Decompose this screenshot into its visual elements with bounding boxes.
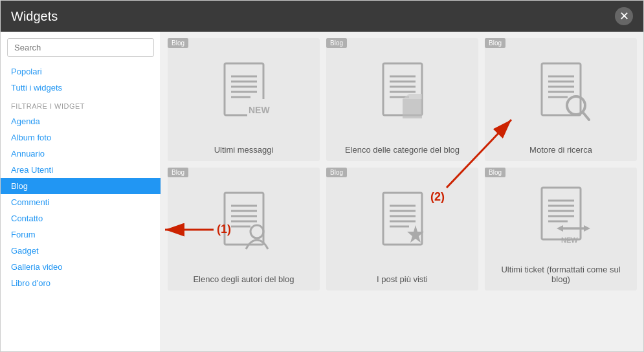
svg-rect-14	[542, 63, 581, 115]
widget-icon	[532, 60, 590, 125]
svg-text:NEW: NEW	[561, 236, 578, 244]
svg-rect-36	[542, 188, 581, 239]
content-area: Blog NEW Ultimi messaggiBlog Elenco dell…	[161, 32, 643, 351]
sidebar-popular[interactable]: Popolari	[1, 63, 161, 80]
widget-label: Ultimi messaggi	[214, 145, 274, 155]
close-button[interactable]: ✕	[615, 7, 633, 25]
sidebar-item-agenda[interactable]: Agenda	[1, 113, 161, 129]
widget-label: Motore di ricerca	[529, 145, 592, 155]
widget-label: Elenco delle categorie del blog	[345, 145, 460, 155]
widget-card-4[interactable]: Blog I post più visti	[326, 168, 478, 291]
widget-badge: Blog	[326, 168, 347, 177]
sidebar-item-annuario[interactable]: Annuario	[1, 146, 161, 162]
svg-marker-44	[584, 225, 590, 232]
widget-card-0[interactable]: Blog NEW Ultimi messaggi	[168, 38, 320, 161]
widget-icon-area: NEW	[491, 174, 630, 259]
widget-icon-area	[174, 174, 313, 269]
widget-label: Elenco degli autori del blog	[193, 274, 294, 284]
widget-icon-area	[333, 45, 472, 140]
sidebar-all-widgets[interactable]: Tutti i widgets	[1, 80, 161, 96]
widget-badge: Blog	[326, 38, 347, 48]
sidebar-item-commenti[interactable]: Commenti	[1, 194, 161, 210]
widget-icon	[373, 60, 432, 125]
widget-badge: Blog	[485, 38, 505, 48]
widget-icon-area	[491, 45, 630, 140]
widget-icon-area	[333, 174, 472, 269]
widget-icon	[373, 190, 432, 254]
widget-badge: Blog	[168, 38, 188, 48]
widget-card-3[interactable]: Blog Elenco degli autori del blog	[168, 168, 320, 291]
modal-body: Popolari Tutti i widgets FILTRARE I WIDG…	[1, 32, 643, 351]
widgets-grid: Blog NEW Ultimi messaggiBlog Elenco dell…	[168, 38, 637, 291]
sidebar-filter-label: FILTRARE I WIDGET	[1, 96, 161, 113]
svg-line-21	[583, 112, 589, 120]
widget-badge: Blog	[168, 168, 188, 177]
widget-icon	[215, 190, 273, 254]
svg-point-28	[250, 225, 263, 238]
widget-card-1[interactable]: Blog Elenco delle categorie del blog	[326, 38, 478, 161]
sidebar-item-libro-d'oro[interactable]: Libro d'oro	[1, 275, 161, 291]
svg-marker-45	[557, 225, 563, 232]
widget-card-5[interactable]: Blog NEW Ultimi ticket (formattati come …	[485, 168, 637, 291]
widget-label: Ultimi ticket (formattati come sul blog)	[491, 265, 630, 284]
sidebar-item-forum[interactable]: Forum	[1, 226, 161, 243]
modal-header: Widgets ✕	[1, 1, 643, 32]
sidebar-item-album-foto[interactable]: Album foto	[1, 129, 161, 146]
widget-icon: NEW	[532, 184, 590, 249]
widget-card-2[interactable]: Blog Motore di ricerca	[485, 38, 637, 161]
widget-badge: Blog	[485, 168, 505, 177]
sidebar-item-galleria-video[interactable]: Galleria video	[1, 259, 161, 275]
sidebar-items-container: AgendaAlbum fotoAnnuarioArea UtentiBlogC…	[1, 113, 161, 291]
sidebar-item-area-utenti[interactable]: Area Utenti	[1, 162, 161, 178]
sidebar: Popolari Tutti i widgets FILTRARE I WIDG…	[1, 32, 161, 351]
modal-title: Widgets	[11, 9, 58, 24]
svg-text:NEW: NEW	[249, 105, 270, 115]
svg-rect-22	[225, 193, 263, 245]
sidebar-item-contatto[interactable]: Contatto	[1, 210, 161, 226]
sidebar-item-blog[interactable]: Blog	[1, 178, 161, 194]
search-input[interactable]	[7, 38, 154, 57]
widget-icon: NEW	[215, 60, 273, 125]
widget-icon-area: NEW	[174, 45, 313, 140]
search-container	[1, 38, 161, 63]
widget-label: I post più visti	[377, 274, 428, 284]
sidebar-item-gadget[interactable]: Gadget	[1, 243, 161, 259]
modal-container: Widgets ✕ Popolari Tutti i widgets FILTR…	[0, 0, 644, 352]
